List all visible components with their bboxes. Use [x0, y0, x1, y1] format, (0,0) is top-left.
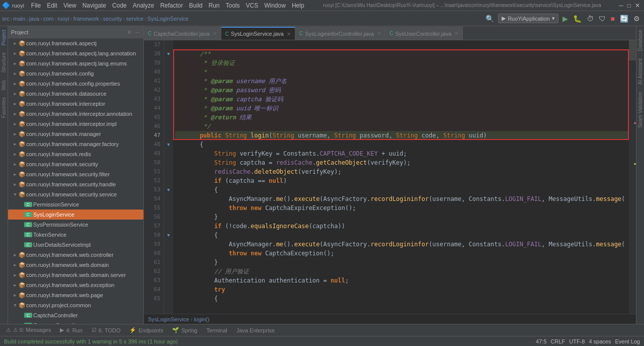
- tree-item-syslogin-service[interactable]: C SysLoginService: [8, 210, 143, 220]
- gutter-58[interactable]: ▼: [164, 231, 173, 240]
- tree-item-security-handle[interactable]: ▶ 📦 com.ruoyi.framework.security.handle: [8, 179, 143, 189]
- tree-item-aspectj-annotation[interactable]: ▶ 📦 com.ruoyi.framework.aspectj.lang.ann…: [8, 48, 143, 58]
- tab-close-icon[interactable]: ✕: [213, 31, 217, 36]
- stop-button[interactable]: ■: [609, 14, 617, 24]
- minimize-button[interactable]: ─: [617, 1, 625, 10]
- tree-item-aspectj-enums[interactable]: ▶ 📦 com.ruoyi.framework.aspectj.lang.enu…: [8, 58, 143, 68]
- tab-captcha-controller[interactable]: C CaptchaController.java ✕: [144, 27, 221, 40]
- tab-run[interactable]: ▶ 4: Run: [56, 325, 86, 335]
- gutter-48[interactable]: ▼: [164, 140, 173, 149]
- tab-syslogin-service[interactable]: C SysLoginService.java ✕: [221, 27, 295, 40]
- settings-button[interactable]: ⚙: [631, 14, 642, 24]
- breadcrumb-framework[interactable]: framework: [73, 16, 99, 22]
- breadcrumb-service[interactable]: service: [126, 16, 143, 22]
- tab-syslogininfor-controller[interactable]: C SysLogininforController.java ✕: [295, 27, 385, 40]
- menu-navigate[interactable]: Navigate: [79, 1, 109, 10]
- tree-item-security-service[interactable]: ▼ 📦 com.ruoyi.framework.security.service: [8, 189, 143, 199]
- structure-icon[interactable]: Structure: [1, 51, 7, 75]
- tab-todo[interactable]: ☑ 6: TODO: [88, 325, 125, 335]
- tree-item-syspermission-service[interactable]: C SysPermissionService: [8, 220, 143, 230]
- menu-tools[interactable]: Tools: [223, 1, 243, 10]
- database-icon[interactable]: Database: [637, 28, 643, 53]
- position-indicator[interactable]: 47:5: [536, 338, 546, 344]
- breadcrumb-src[interactable]: src: [2, 16, 10, 22]
- breadcrumb-main[interactable]: main: [13, 16, 25, 22]
- tree-item-security-filter[interactable]: ▶ 📦 com.ruoyi.framework.security.filter: [8, 169, 143, 179]
- tree-item-permission-service[interactable]: C PermissionService: [8, 199, 143, 210]
- menu-analyze[interactable]: Analyze: [130, 1, 157, 10]
- seam-validation-icon[interactable]: Seam Validation: [637, 90, 643, 129]
- run-button[interactable]: ▶: [560, 14, 570, 24]
- menu-file[interactable]: File: [28, 1, 44, 10]
- tree-item-web-page[interactable]: ▶ 📦 com.ruoyi.framework.web.page: [8, 290, 143, 300]
- tree-item-manager-factory[interactable]: ▶ 📦 com.ruoyi.framework.manager.factory: [8, 139, 143, 149]
- breadcrumb-file[interactable]: SysLoginService: [147, 16, 189, 22]
- web-icon[interactable]: Web: [1, 79, 7, 92]
- tree-item-userdetails-impl[interactable]: C UserDetailsServiceImpl: [8, 240, 143, 250]
- maximize-button[interactable]: □: [625, 1, 633, 10]
- fold-arrow-58[interactable]: ▼: [167, 233, 170, 238]
- breadcrumb-ruoyi[interactable]: ruoyi: [57, 16, 69, 22]
- run-config[interactable]: ▶ RuoYiApplication ▾: [498, 14, 558, 23]
- search-everywhere-button[interactable]: 🔍: [484, 14, 496, 24]
- menu-edit[interactable]: Edit: [44, 1, 60, 10]
- tree-item-security[interactable]: ▶ 📦 com.ruoyi.framework.security: [8, 159, 143, 169]
- tab-terminal[interactable]: Terminal: [202, 325, 231, 335]
- breadcrumb-security[interactable]: security: [103, 16, 122, 22]
- favorites-icon[interactable]: Favorites: [1, 96, 7, 119]
- tree-item-web-domain[interactable]: ▶ 📦 com.ruoyi.framework.web.domain: [8, 260, 143, 270]
- tree-settings[interactable]: ⚙: [126, 29, 132, 35]
- tab-endpoints[interactable]: ⚡ Endpoints: [125, 325, 167, 335]
- profile-button[interactable]: ⏱: [585, 14, 596, 24]
- tree-item-aspectj[interactable]: ▶ 📦 com.ruoyi.framework.aspectj: [8, 38, 143, 48]
- project-icon[interactable]: Project: [1, 28, 7, 47]
- menu-code[interactable]: Code: [109, 1, 130, 10]
- event-log-indicator[interactable]: Event Log: [615, 338, 640, 344]
- tree-collapse[interactable]: —: [134, 29, 140, 35]
- menu-window[interactable]: Window: [261, 1, 289, 10]
- close-button[interactable]: ✕: [633, 1, 642, 10]
- menu-vcs[interactable]: VCS: [243, 1, 262, 10]
- tab-close-icon[interactable]: ✕: [377, 31, 381, 36]
- tree-item-web-controller[interactable]: ▶ 📦 com.ruoyi.framework.web.controller: [8, 250, 143, 260]
- menu-refactor[interactable]: Refactor: [157, 1, 186, 10]
- tree-item-manager[interactable]: ▶ 📦 com.ruoyi.framework.manager: [8, 129, 143, 139]
- tree-item-captcha-controller[interactable]: C CaptchaController: [8, 310, 143, 320]
- fold-arrow-53[interactable]: ▼: [167, 187, 170, 192]
- tab-close-icon[interactable]: ✕: [454, 31, 458, 36]
- update-button[interactable]: 🔄: [618, 14, 630, 24]
- encoding-indicator[interactable]: UTF-8: [569, 338, 585, 344]
- tab-close-icon[interactable]: ✕: [287, 31, 291, 37]
- tree-item-web-exception[interactable]: ▶ 📦 com.ruoyi.framework.web.exception: [8, 280, 143, 290]
- ai-assistant-icon[interactable]: AI Assistant: [637, 57, 643, 86]
- menu-help[interactable]: Help: [289, 1, 307, 10]
- gutter-38[interactable]: ▼: [164, 49, 173, 58]
- tree-item-config-properties[interactable]: ▶ 📦 com.ruoyi.framework.config.propertie…: [8, 79, 143, 89]
- tree-item-project-common[interactable]: ▼ 📦 com.ruoyi.project.common: [8, 300, 143, 310]
- menu-build[interactable]: Build: [186, 1, 206, 10]
- breadcrumb-com[interactable]: com: [43, 16, 54, 22]
- editor-breadcrumb-sysloginservice[interactable]: SysLoginService: [148, 316, 189, 322]
- tree-item-common-controller[interactable]: C CommonController: [8, 320, 143, 324]
- breadcrumb-java[interactable]: java: [29, 16, 39, 22]
- tree-item-config[interactable]: ▶ 📦 com.ruoyi.framework.config: [8, 68, 143, 79]
- fold-arrow-38[interactable]: ▼: [167, 51, 170, 56]
- tree-item-interceptor-annotation[interactable]: ▶ 📦 com.ruoyi.framework.interceptor.anno…: [8, 109, 143, 119]
- indent-indicator[interactable]: 4 spaces: [589, 338, 611, 344]
- tab-sysuser-controller[interactable]: C SysUserController.java ✕: [385, 27, 463, 40]
- tree-item-token-service[interactable]: C TokenService: [8, 230, 143, 240]
- line-sep-indicator[interactable]: CRLF: [551, 338, 566, 344]
- menu-view[interactable]: View: [60, 1, 79, 10]
- menu-run[interactable]: Run: [205, 1, 222, 10]
- tree-item-interceptor-impl[interactable]: ▶ 📦 com.ruoyi.framework.interceptor.impl: [8, 119, 143, 129]
- gutter-53[interactable]: ▼: [164, 185, 173, 194]
- code-content[interactable]: /** * 登录验证 * * @param username 用户名: [173, 40, 636, 314]
- tab-spring[interactable]: 🌱 Spring: [168, 325, 201, 335]
- tree-item-web-domain-server[interactable]: ▶ 📦 com.ruoyi.framework.web.domain.serve…: [8, 270, 143, 280]
- tab-messages[interactable]: ⚠ ⚠ 0: Messages: [2, 325, 55, 335]
- tree-item-interceptor[interactable]: ▶ 📦 com.ruoyi.framework.interceptor: [8, 99, 143, 109]
- build-status[interactable]: Build completed successfully with 1 warn…: [4, 338, 178, 344]
- debug-button[interactable]: 🐛: [571, 14, 584, 24]
- tree-item-redis[interactable]: ▶ 📦 com.ruoyi.framework.redis: [8, 149, 143, 159]
- tab-java-enterprise[interactable]: Java Enterprise: [232, 325, 279, 335]
